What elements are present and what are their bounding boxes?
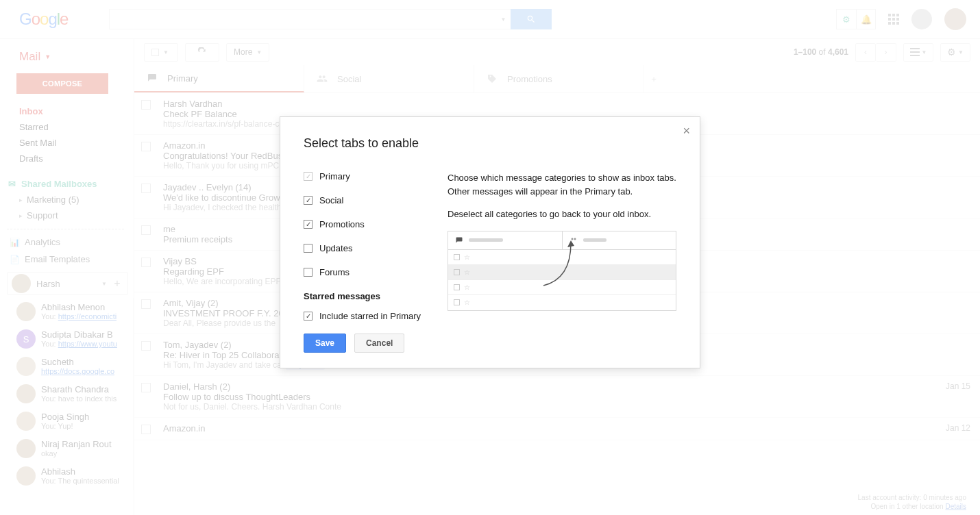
dialog-options: ✓ Primary ✓ Social ✓ Promotions Updates … (304, 171, 427, 321)
option-primary: ✓ Primary (304, 171, 427, 181)
arrow-icon (537, 238, 591, 292)
dialog-buttons: Save Cancel (304, 334, 676, 353)
checkbox-social[interactable]: ✓ (304, 196, 313, 205)
checkbox-promotions[interactable]: ✓ (304, 220, 313, 229)
checkbox-forums[interactable] (304, 268, 313, 277)
checkbox-primary: ✓ (304, 172, 313, 181)
option-include-starred[interactable]: ✓ Include starred in Primary (304, 311, 427, 321)
option-promotions[interactable]: ✓ Promotions (304, 219, 427, 229)
option-social[interactable]: ✓ Social (304, 195, 427, 205)
dialog-title: Select tabs to enable (304, 136, 676, 151)
select-tabs-dialog: × Select tabs to enable ✓ Primary ✓ Soci… (280, 116, 700, 368)
starred-heading: Starred messages (304, 291, 427, 301)
dialog-description: Choose which message categories to show … (448, 171, 676, 321)
checkbox-include-starred[interactable]: ✓ (304, 312, 313, 321)
cancel-button[interactable]: Cancel (354, 334, 404, 353)
checkbox-updates[interactable] (304, 244, 313, 253)
starred-section: Starred messages ✓ Include starred in Pr… (304, 291, 427, 321)
inbox-icon (455, 236, 463, 244)
close-button[interactable]: × (683, 124, 690, 138)
save-button[interactable]: Save (304, 334, 346, 353)
option-updates[interactable]: Updates (304, 243, 427, 253)
option-forums[interactable]: Forums (304, 267, 427, 277)
